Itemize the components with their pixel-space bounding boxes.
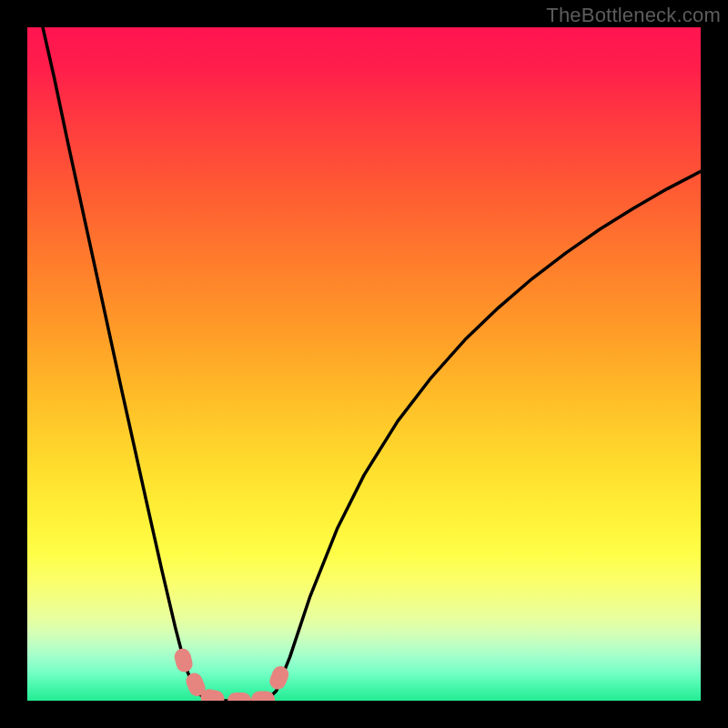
chart-frame: TheBottleneck.com [0, 0, 728, 728]
bead-marker [251, 692, 275, 701]
bead-marker [268, 663, 291, 692]
bead-marker [228, 693, 251, 701]
curve-layer [27, 27, 701, 701]
plot-area [27, 27, 701, 701]
bottleneck-curve [43, 27, 701, 701]
bead-marker [173, 647, 195, 674]
watermark-text: TheBottleneck.com [546, 4, 721, 27]
